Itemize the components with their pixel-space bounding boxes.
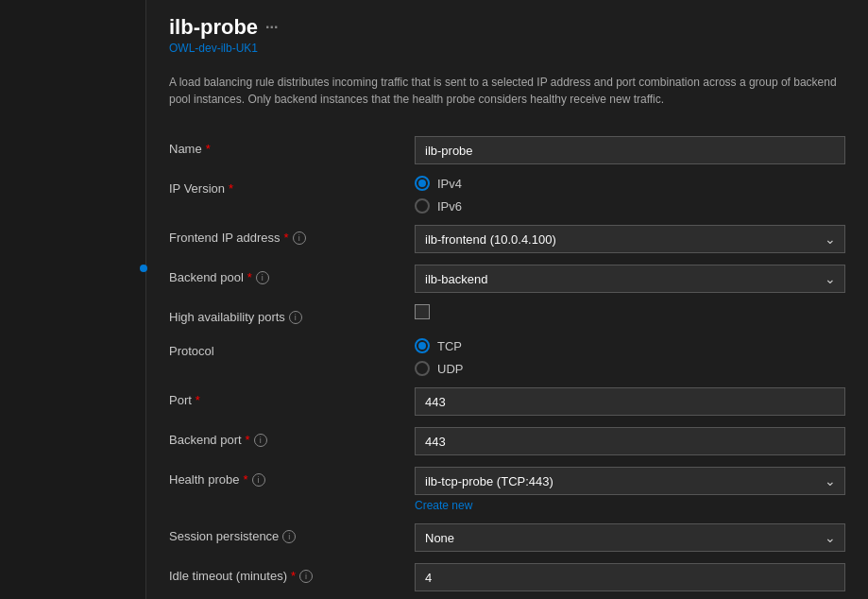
ha-ports-control — [415, 304, 845, 319]
backend-pool-info-icon[interactable]: i — [256, 271, 269, 284]
backend-pool-row: Backend pool * i ilb-backend — [169, 259, 845, 299]
backend-port-row: Backend port * i — [169, 421, 845, 461]
ellipsis-menu[interactable]: ··· — [265, 19, 278, 36]
page-title-row: ilb-probe ··· — [169, 15, 845, 40]
tcp-radio[interactable] — [415, 338, 430, 353]
page-header: ilb-probe ··· OWL-dev-ilb-UK1 — [169, 15, 845, 55]
create-new-link[interactable]: Create new — [415, 499, 845, 512]
frontend-ip-control: ilb-frontend (10.0.4.100) — [415, 225, 845, 253]
name-row: Name * — [169, 130, 845, 170]
session-persistence-info-icon[interactable]: i — [282, 530, 296, 543]
idle-timeout-control — [415, 563, 845, 591]
backend-port-input[interactable] — [415, 427, 845, 455]
form-section: Name * IP Version * IPv4 IPv6 — [169, 130, 845, 599]
name-control — [415, 136, 845, 164]
ipv4-radio[interactable] — [415, 176, 430, 191]
port-control — [415, 387, 845, 416]
description-text: A load balancing rule distributes incomi… — [169, 74, 845, 108]
backend-pool-select[interactable]: ilb-backend — [415, 265, 845, 293]
tcp-label: TCP — [437, 339, 462, 353]
port-input[interactable] — [415, 387, 845, 416]
ip-version-row: IP Version * IPv4 IPv6 — [169, 170, 845, 219]
page-title-text: ilb-probe — [169, 15, 258, 40]
backend-pool-label: Backend pool * i — [169, 265, 415, 284]
session-persistence-row: Session persistence i None — [169, 518, 845, 557]
ha-ports-row: High availability ports i — [169, 299, 845, 333]
port-row: Port * — [169, 382, 845, 421]
session-persistence-select[interactable]: None — [415, 523, 845, 552]
backend-port-required: * — [246, 433, 250, 447]
protocol-row: Protocol TCP UDP — [169, 333, 845, 382]
frontend-ip-info-icon[interactable]: i — [293, 231, 306, 245]
frontend-ip-row: Frontend IP address * i ilb-frontend (10… — [169, 219, 845, 259]
name-required: * — [206, 142, 211, 156]
protocol-control: TCP UDP — [415, 338, 845, 376]
frontend-ip-select[interactable]: ilb-frontend (10.0.4.100) — [415, 225, 845, 253]
health-probe-label: Health probe * i — [169, 467, 415, 487]
backend-port-info-icon[interactable]: i — [254, 434, 267, 447]
health-probe-select[interactable]: ilb-tcp-probe (TCP:443) — [415, 467, 845, 495]
ha-ports-checkbox[interactable] — [415, 304, 430, 319]
name-input[interactable] — [415, 136, 845, 164]
backend-port-control — [415, 427, 845, 455]
idle-timeout-info-icon[interactable]: i — [299, 570, 313, 583]
ip-version-required: * — [229, 181, 233, 196]
sidebar-indicator — [140, 265, 147, 272]
name-label: Name * — [169, 136, 415, 156]
health-probe-row: Health probe * i ilb-tcp-probe (TCP:443)… — [169, 461, 845, 518]
sidebar — [0, 0, 146, 599]
udp-label: UDP — [437, 362, 463, 376]
ipv6-radio[interactable] — [415, 198, 430, 214]
port-required: * — [196, 393, 200, 407]
health-probe-info-icon[interactable]: i — [252, 473, 265, 487]
ip-version-label: IP Version * — [169, 176, 415, 196]
health-probe-required: * — [243, 472, 247, 487]
backend-port-label: Backend port * i — [169, 427, 415, 447]
idle-timeout-row: Idle timeout (minutes) * i — [169, 557, 845, 597]
health-probe-select-wrapper: ilb-tcp-probe (TCP:443) — [415, 467, 845, 495]
session-persistence-label: Session persistence i — [169, 523, 415, 543]
idle-timeout-required: * — [291, 569, 296, 583]
page-subtitle: OWL-dev-ilb-UK1 — [169, 42, 845, 55]
ipv4-option[interactable]: IPv4 — [415, 176, 845, 191]
main-content: ilb-probe ··· OWL-dev-ilb-UK1 A load bal… — [146, 0, 868, 599]
ip-version-control: IPv4 IPv6 — [415, 176, 845, 214]
session-persistence-control: None — [415, 523, 845, 552]
backend-pool-required: * — [247, 270, 252, 284]
health-probe-control: ilb-tcp-probe (TCP:443) Create new — [415, 467, 845, 512]
idle-timeout-input[interactable] — [415, 563, 845, 591]
protocol-label: Protocol — [169, 338, 415, 358]
ha-ports-info-icon[interactable]: i — [289, 311, 302, 324]
ha-ports-label: High availability ports i — [169, 304, 415, 324]
udp-option[interactable]: UDP — [415, 361, 845, 376]
frontend-ip-label: Frontend IP address * i — [169, 225, 415, 245]
ipv4-label: IPv4 — [437, 177, 462, 191]
frontend-ip-required: * — [284, 231, 289, 245]
ipv6-option[interactable]: IPv6 — [415, 198, 845, 214]
tcp-option[interactable]: TCP — [415, 338, 845, 353]
udp-radio[interactable] — [415, 361, 430, 376]
idle-timeout-label: Idle timeout (minutes) * i — [169, 563, 415, 583]
backend-pool-control: ilb-backend — [415, 265, 845, 293]
port-label: Port * — [169, 387, 415, 407]
ipv6-label: IPv6 — [437, 199, 462, 214]
